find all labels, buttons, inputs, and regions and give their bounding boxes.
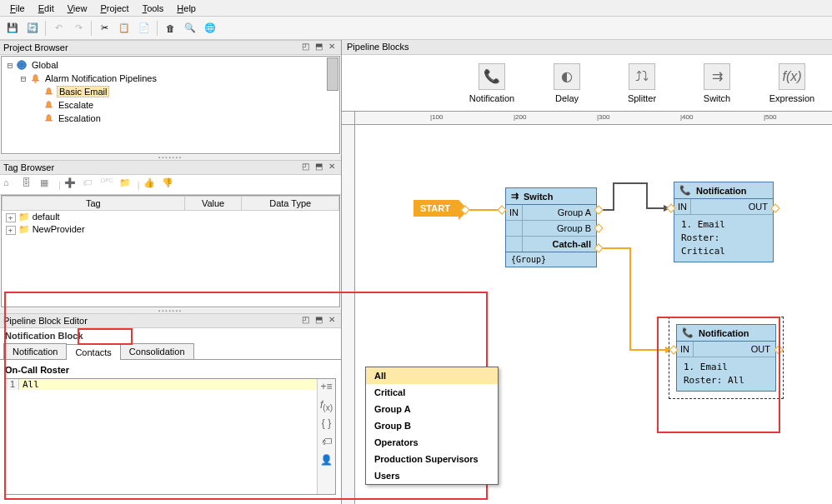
tree-node-escalate[interactable]: Escalate	[5, 98, 336, 112]
fx-icon[interactable]: f(x)	[319, 399, 334, 412]
save-icon[interactable]: 💾	[3, 19, 22, 37]
switch-icon: ⇉	[704, 63, 730, 90]
folder-icon[interactable]: 📁	[119, 177, 134, 192]
dropdown-item-users[interactable]: Users	[366, 467, 498, 484]
panel-close-icon[interactable]: ✕	[326, 42, 338, 53]
paste-icon[interactable]: 📄	[135, 19, 153, 37]
thumbs-up-icon[interactable]: 👍	[143, 177, 158, 192]
dropdown-item-supervisors[interactable]: Production Supervisors	[366, 451, 498, 467]
panel-pin-icon[interactable]: ⬒	[313, 315, 324, 327]
palette-expression[interactable]: f(x) Expression	[767, 63, 817, 103]
start-block[interactable]: START	[413, 200, 459, 217]
project-browser-title: Project Browser	[3, 42, 298, 52]
globe-icon	[15, 59, 28, 71]
phone-icon: 📞	[679, 185, 691, 196]
dropdown-item-all[interactable]: All	[366, 367, 498, 384]
globe-icon[interactable]: 🌐	[201, 19, 219, 37]
splitter-icon: ⤴⤵	[629, 63, 655, 90]
undo-icon[interactable]: ↶	[49, 19, 68, 37]
block-editor: Notification Block Notification Contacts…	[0, 328, 341, 504]
menu-edit[interactable]: Edit	[32, 2, 61, 15]
user-icon[interactable]: 👤	[319, 454, 334, 467]
menu-project[interactable]: Project	[93, 2, 135, 15]
panel-float-icon[interactable]: ◰	[299, 315, 311, 327]
col-tag[interactable]: Tag	[3, 197, 185, 211]
add-row-icon[interactable]: +≡	[319, 381, 334, 394]
add-icon[interactable]: ➕	[64, 177, 79, 192]
menu-view[interactable]: View	[61, 2, 94, 15]
folder-icon: 📁	[18, 224, 30, 234]
tree-node-pipelines[interactable]: ⊟ Alarm Notification Pipelines	[5, 72, 336, 85]
palette-switch[interactable]: ⇉ Switch	[692, 63, 742, 103]
thumbs-down-icon[interactable]: 👎	[162, 177, 177, 192]
roster-side-toolbar: +≡ f(x) { } 🏷 👤	[317, 379, 335, 494]
tree-node-basic-email[interactable]: Basic Email	[5, 85, 336, 98]
copy-icon[interactable]: 📋	[115, 19, 133, 37]
roster-dropdown: All Critical Group A Group B Operators P…	[365, 367, 499, 485]
palette-delay[interactable]: ◐ Delay	[542, 63, 592, 103]
palette-splitter[interactable]: ⤴⤵ Splitter	[617, 63, 667, 103]
panel-float-icon[interactable]: ◰	[299, 42, 311, 53]
menu-help[interactable]: Help	[170, 2, 203, 15]
bell-icon	[42, 86, 55, 97]
tag-row[interactable]: + 📁 NewProvider	[3, 223, 339, 236]
search-icon[interactable]: 🔍	[181, 19, 199, 37]
col-datatype[interactable]: Data Type	[242, 197, 339, 211]
db-icon[interactable]: 🗄	[22, 177, 37, 192]
selected-node-wrapper: 📞 Notification INOUT 1. Email Roster: Al…	[669, 317, 784, 399]
tag-row[interactable]: + 📁 default	[3, 211, 339, 224]
tab-consolidation[interactable]: Consolidation	[120, 343, 194, 359]
panel-pin-icon[interactable]: ⬒	[313, 162, 324, 173]
tag-browser-title: Tag Browser	[3, 162, 298, 172]
menu-file[interactable]: FFileile	[3, 2, 32, 15]
row-number: 1	[6, 379, 19, 390]
tag-toolbar: ⌂ 🗄 ▦ | ➕ 🏷 OPC 📁 | 👍 👎	[0, 175, 341, 195]
redo-icon[interactable]: ↷	[69, 19, 88, 37]
block-editor-title: Pipeline Block Editor	[3, 316, 298, 326]
svg-point-1	[34, 81, 36, 82]
dropdown-item-groupa[interactable]: Group A	[366, 401, 498, 417]
delete-icon[interactable]: 🗑	[161, 19, 179, 37]
project-browser: ⊟ Global ⊟ Alarm Notification Pipelines	[0, 55, 341, 155]
col-value[interactable]: Value	[184, 197, 242, 211]
braces-icon[interactable]: { }	[319, 417, 334, 431]
block-editor-header: Pipeline Block Editor ◰ ⬒ ✕	[0, 313, 341, 328]
roster-list: 1 All +≡ f(x) { } 🏷 👤	[5, 378, 336, 495]
tab-notification[interactable]: Notification	[3, 343, 67, 359]
tree-node-escalation[interactable]: Escalation	[5, 112, 336, 125]
main-toolbar: 💾 🔄 ↶ ↷ ✂ 📋 📄 🗑 🔍 🌐	[0, 17, 832, 40]
roster-value[interactable]: All	[19, 379, 317, 390]
scrollbar-thumb[interactable]	[327, 57, 338, 91]
switch-icon: ⇉	[511, 191, 519, 202]
tag-icon[interactable]: 🏷	[83, 177, 98, 192]
ruler-vertical	[342, 125, 355, 504]
opc-icon[interactable]: OPC	[101, 177, 116, 192]
notification-node-critical[interactable]: 📞 Notification INOUT 1. Email Roster: Cr…	[674, 182, 774, 262]
refresh-icon[interactable]: 🔄	[23, 19, 42, 37]
home-icon[interactable]: ⌂	[3, 177, 18, 192]
dropdown-item-operators[interactable]: Operators	[366, 434, 498, 451]
menu-tools[interactable]: Tools	[136, 2, 171, 15]
tree-node-global[interactable]: ⊟ Global	[5, 58, 336, 72]
tab-contacts[interactable]: Contacts	[66, 344, 120, 360]
panel-close-icon[interactable]: ✕	[326, 315, 338, 327]
phone-icon: 📞	[682, 327, 694, 338]
roster-label: On-Call Roster	[5, 365, 336, 375]
notification-node-all[interactable]: 📞 Notification INOUT 1. Email Roster: Al…	[676, 324, 776, 392]
cut-icon[interactable]: ✂	[95, 19, 113, 37]
dropdown-item-critical[interactable]: Critical	[366, 384, 498, 401]
palette-notification[interactable]: 📞 Notification	[467, 63, 517, 103]
panel-float-icon[interactable]: ◰	[299, 162, 311, 173]
tag-icon[interactable]: 🏷	[319, 436, 334, 449]
dropdown-item-groupb[interactable]: Group B	[366, 417, 498, 434]
roster-row[interactable]: 1 All	[6, 379, 317, 390]
tag-browser: ⌂ 🗄 ▦ | ➕ 🏷 OPC 📁 | 👍 👎 Tag Value Data T…	[0, 175, 341, 308]
grid-icon[interactable]: ▦	[40, 177, 55, 192]
project-browser-header: Project Browser ◰ ⬒ ✕	[0, 40, 341, 55]
panel-close-icon[interactable]: ✕	[326, 162, 338, 173]
switch-node[interactable]: ⇉ Switch INGroup A Group B Catch-all {Gr…	[505, 187, 597, 267]
panel-pin-icon[interactable]: ⬒	[313, 42, 324, 53]
editor-tabs: Notification Contacts Consolidation	[0, 343, 341, 360]
expression-icon: f(x)	[779, 63, 805, 90]
delay-icon: ◐	[554, 63, 580, 90]
